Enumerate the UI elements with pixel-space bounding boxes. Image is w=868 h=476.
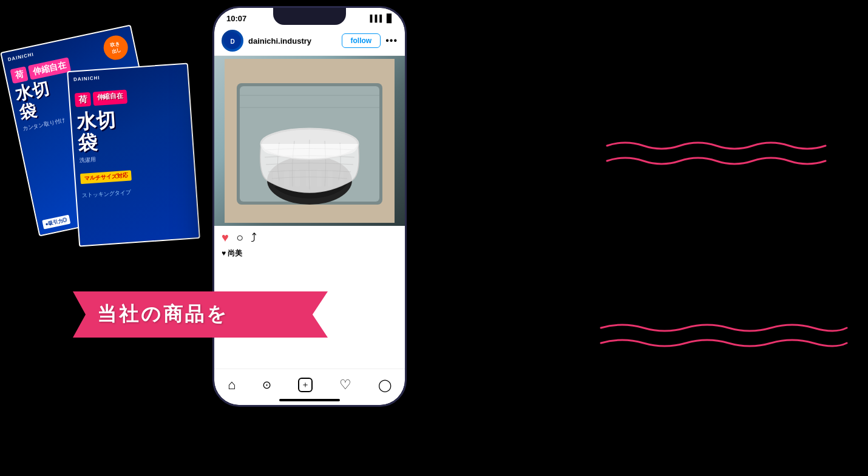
brochure-2-badge1: 荷	[75, 92, 92, 107]
comment-icon[interactable]: ○	[236, 231, 243, 245]
brochure-2-logo: DAINICHI	[73, 69, 183, 83]
profile-avatar[interactable]: D	[222, 30, 243, 52]
brochure-2: DAINICHI 荷 伸縮自在 水切袋 洗濯用 マルチサイズ対応 ストッキングタ…	[67, 63, 200, 246]
brochure-1-badge1: 荷	[10, 66, 28, 84]
nav-search-icon[interactable]: ⊙	[262, 378, 271, 392]
insta-header: D dainichi.industry follow •••	[214, 26, 405, 56]
brochure-2-title: 水切袋	[76, 104, 188, 155]
nav-profile-icon[interactable]: ◯	[378, 378, 392, 392]
phone-notch	[273, 8, 346, 25]
status-icons: ▌▌▌ ▊	[370, 14, 393, 23]
nav-home-icon[interactable]: ⌂	[228, 377, 236, 393]
battery-icon: ▊	[387, 14, 393, 23]
phone-screen: 10:07 ▌▌▌ ▊ D dainichi.industry follow •…	[214, 8, 405, 405]
squiggles-top	[601, 134, 832, 185]
status-time: 10:07	[226, 14, 246, 23]
svg-text:D: D	[230, 38, 234, 45]
like-icon[interactable]: ♥	[222, 231, 229, 245]
signal-icon: ▌▌▌	[370, 15, 384, 22]
post-liked-by: ♥ 尚美	[214, 247, 405, 261]
ribbon-wrapper: 当社の商品を	[73, 291, 425, 338]
ribbon-banner: 当社の商品を	[73, 291, 328, 338]
nav-add-icon[interactable]: ＋	[298, 378, 313, 392]
phone-wrapper: 10:07 ▌▌▌ ▊ D dainichi.industry follow •…	[212, 6, 407, 407]
share-icon[interactable]: ⤴	[251, 231, 257, 245]
home-indicator	[279, 399, 340, 401]
post-actions: ♥ ○ ⤴	[214, 226, 405, 247]
follow-button[interactable]: follow	[342, 33, 381, 48]
phone-frame: 10:07 ▌▌▌ ▊ D dainichi.industry follow •…	[212, 6, 407, 407]
profile-name: dainichi.industry	[248, 36, 337, 46]
brochure-2-badge2: 伸縮自在	[93, 90, 127, 106]
squiggles-bottom	[595, 316, 850, 367]
post-image	[214, 56, 405, 226]
more-options[interactable]: •••	[385, 35, 398, 46]
nav-heart-icon[interactable]: ♡	[339, 377, 351, 393]
